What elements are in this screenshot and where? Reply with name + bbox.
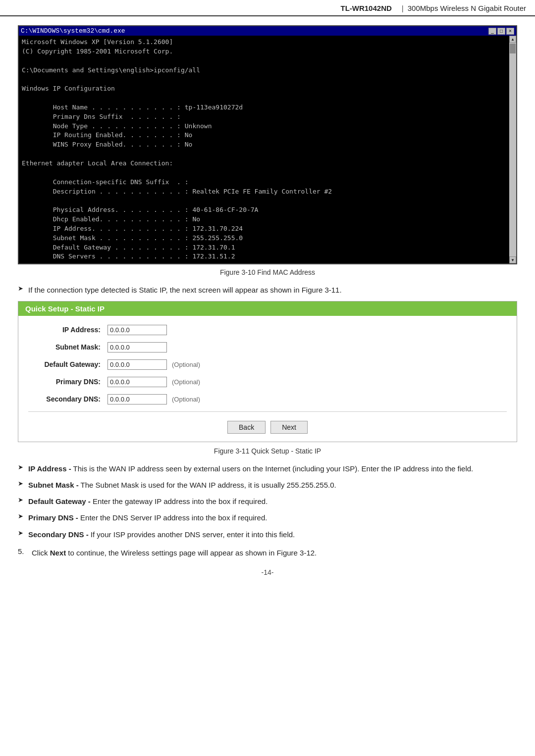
figure11-caption: Figure 3-11 Quick Setup - Static IP <box>0 447 535 455</box>
input-subnet[interactable] <box>107 342 167 353</box>
input-ip[interactable] <box>107 325 167 335</box>
cmd-scroll-up[interactable]: ▲ <box>509 36 516 43</box>
bullet-bold-subnet-mask: Subnet Mask - <box>28 481 79 489</box>
form-row-subnet: Subnet Mask: <box>28 342 507 353</box>
step5-text: Click Next to continue, the Wireless set… <box>32 547 317 558</box>
bullet-arrow-secondary-dns: ➤ <box>18 529 23 537</box>
bullet-default-gateway: ➤ Default Gateway - Enter the gateway IP… <box>18 496 517 507</box>
form-row-primary-dns: Primary DNS: (Optional) <box>28 377 507 387</box>
next-button[interactable]: Next <box>270 421 308 434</box>
bullet-ip-address: ➤ IP Address - This is the WAN IP addres… <box>18 463 517 474</box>
page-header: TL-WR1042ND | 300Mbps Wireless N Gigabit… <box>0 0 535 16</box>
bullet-secondary-dns: ➤ Secondary DNS - If your ISP provides a… <box>18 529 517 540</box>
page-number: -14- <box>0 568 535 576</box>
bullet-text-primary-dns: Primary DNS - Enter the DNS Server IP ad… <box>28 512 267 523</box>
quick-setup-box: Quick Setup - Static IP IP Address: Subn… <box>18 301 517 442</box>
bullet-bold-default-gateway: Default Gateway - <box>28 497 91 505</box>
header-model: TL-WR1042ND <box>340 4 391 12</box>
cmd-scroll-thumb[interactable] <box>510 44 516 53</box>
input-secondary-dns[interactable] <box>107 394 167 404</box>
form-row-secondary-dns: Secondary DNS: (Optional) <box>28 394 507 404</box>
bullet-bold-secondary-dns: Secondary DNS - <box>28 530 89 539</box>
cmd-body: Microsoft Windows XP [Version 5.1.2600] … <box>19 36 516 263</box>
step5-para: 5. Click Next to continue, the Wireless … <box>18 547 517 558</box>
optional-gateway: (Optional) <box>172 361 200 368</box>
bullet-text-secondary-dns: Secondary DNS - If your ISP provides ano… <box>28 529 295 540</box>
cmd-close-button[interactable]: × <box>506 28 514 35</box>
bullet-subnet-mask: ➤ Subnet Mask - The Subnet Mask is used … <box>18 479 517 491</box>
label-gateway: Default Gateway: <box>28 360 107 368</box>
bullet-static-ip: ➤ If the connection type detected is Sta… <box>18 284 517 296</box>
cmd-maximize-button[interactable]: □ <box>497 28 505 35</box>
bullet-bold-ip-address: IP Address - <box>28 464 71 473</box>
bullet-arrow-default-gateway: ➤ <box>18 496 23 504</box>
cmd-title-text: C:\WINDOWS\system32\cmd.exe <box>21 27 125 35</box>
optional-primary-dns: (Optional) <box>172 378 200 386</box>
bullet-text-1: If the connection type detected is Stati… <box>28 284 342 296</box>
form-row-ip: IP Address: <box>28 325 507 335</box>
bullet-arrow-primary-dns: ➤ <box>18 512 23 520</box>
bullet-text-subnet-mask: Subnet Mask - The Subnet Mask is used fo… <box>28 479 336 491</box>
optional-secondary-dns: (Optional) <box>172 396 200 403</box>
cmd-titlebar: C:\WINDOWS\system32\cmd.exe _ □ × <box>19 26 516 36</box>
form-row-gateway: Default Gateway: (Optional) <box>28 359 507 370</box>
bullet-primary-dns: ➤ Primary DNS - Enter the DNS Server IP … <box>18 512 517 523</box>
bullet-arrow-ip-address: ➤ <box>18 463 23 471</box>
label-secondary-dns: Secondary DNS: <box>28 395 107 403</box>
step5-bold: Next <box>50 549 66 557</box>
bullet-bold-primary-dns: Primary DNS - <box>28 513 78 522</box>
cmd-window: C:\WINDOWS\system32\cmd.exe _ □ × Micros… <box>18 25 517 264</box>
label-subnet: Subnet Mask: <box>28 343 107 351</box>
bullet-arrow-1: ➤ <box>18 285 23 292</box>
form-buttons: Back Next <box>28 417 507 437</box>
step5-number: 5. <box>18 547 32 555</box>
label-primary-dns: Primary DNS: <box>28 378 107 386</box>
cmd-scrollbar[interactable]: ▲ ▼ <box>509 36 516 263</box>
header-sep: | <box>402 4 404 12</box>
cmd-content: Microsoft Windows XP [Version 5.1.2600] … <box>22 38 506 261</box>
cmd-scroll-down[interactable]: ▼ <box>509 256 516 263</box>
back-button[interactable]: Back <box>227 421 266 434</box>
cmd-titlebar-buttons: _ □ × <box>488 28 514 35</box>
input-primary-dns[interactable] <box>107 377 167 387</box>
header-product: 300Mbps Wireless N Gigabit Router <box>408 4 526 12</box>
form-divider <box>28 411 507 412</box>
bullet-arrow-subnet-mask: ➤ <box>18 480 23 487</box>
quick-setup-body: IP Address: Subnet Mask: Default Gateway… <box>18 316 517 442</box>
cmd-minimize-button[interactable]: _ <box>488 28 496 35</box>
input-gateway[interactable] <box>107 359 167 370</box>
bullet-text-default-gateway: Default Gateway - Enter the gateway IP a… <box>28 496 268 507</box>
figure10-caption: Figure 3-10 Find MAC Address <box>0 268 535 276</box>
quick-setup-header: Quick Setup - Static IP <box>18 302 517 316</box>
bullets-container: ➤ IP Address - This is the WAN IP addres… <box>0 463 535 540</box>
label-ip: IP Address: <box>28 326 107 334</box>
bullet-text-ip-address: IP Address - This is the WAN IP address … <box>28 463 473 474</box>
